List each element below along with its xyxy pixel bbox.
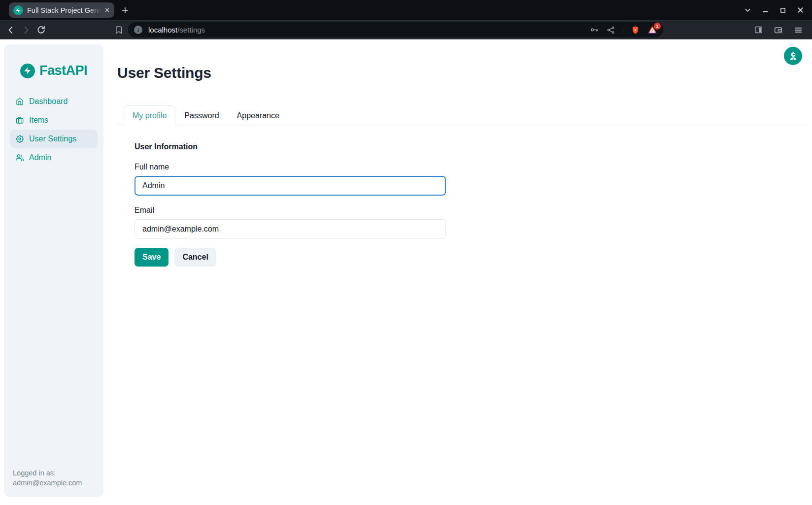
sidebar-item-label: User Settings xyxy=(29,135,76,143)
cancel-button[interactable]: Cancel xyxy=(174,248,216,267)
share-icon[interactable] xyxy=(607,26,615,34)
logged-in-as: Logged in as: admin@example.com xyxy=(10,468,98,488)
browser-titlebar: Full Stack Project Genera xyxy=(0,0,812,20)
main-content: User Settings My profile Password Appear… xyxy=(103,39,812,267)
sidebar-item-label: Admin xyxy=(29,153,51,162)
app-page: FastAPI Dashboard Items User Settings xyxy=(0,39,812,505)
address-bar[interactable]: i localhost/settings 1 xyxy=(128,22,663,37)
sidebar-item-user-settings[interactable]: User Settings xyxy=(10,130,98,148)
fastapi-favicon-icon xyxy=(13,5,23,15)
section-title: User Information xyxy=(135,143,812,151)
users-icon xyxy=(16,154,24,162)
url-path: /settings xyxy=(177,26,205,34)
url-text[interactable]: localhost/settings xyxy=(148,26,205,34)
tab-password[interactable]: Password xyxy=(175,105,228,126)
tab-close-icon[interactable] xyxy=(104,7,110,13)
logged-in-label: Logged in as: xyxy=(13,468,95,478)
fastapi-logo: FastAPI xyxy=(10,63,98,78)
tab-search-chevron-icon[interactable] xyxy=(744,6,751,14)
full-name-input[interactable] xyxy=(135,176,446,196)
sidebar-item-admin[interactable]: Admin xyxy=(10,148,98,167)
fastapi-bolt-icon xyxy=(20,64,35,78)
email-input[interactable] xyxy=(135,219,446,239)
home-icon xyxy=(16,98,24,105)
tab-appearance[interactable]: Appearance xyxy=(228,105,288,126)
menu-icon[interactable] xyxy=(793,25,803,35)
brave-shield-icon[interactable] xyxy=(631,25,640,35)
sidebar-item-dashboard[interactable]: Dashboard xyxy=(10,92,98,111)
email-label: Email xyxy=(135,206,812,215)
logged-in-email: admin@example.com xyxy=(13,478,95,488)
full-name-label: Full name xyxy=(135,163,812,171)
profile-panel: User Information Full name Email Save Ca… xyxy=(117,126,812,267)
brand-name: FastAPI xyxy=(39,63,87,78)
rewards-count-badge: 1 xyxy=(654,23,661,30)
sidebar-toggle-icon[interactable] xyxy=(754,25,763,34)
site-info-icon[interactable]: i xyxy=(134,26,142,34)
url-host: localhost xyxy=(148,26,177,34)
toolbar-divider xyxy=(623,26,623,34)
close-window-icon[interactable] xyxy=(797,6,804,14)
sidebar-item-label: Items xyxy=(29,116,48,125)
form-actions: Save Cancel xyxy=(135,248,812,267)
back-icon[interactable] xyxy=(6,25,16,35)
page-title: User Settings xyxy=(117,64,812,82)
sidebar-nav: Dashboard Items User Settings Admin xyxy=(10,92,98,167)
briefcase-icon xyxy=(16,116,24,124)
settings-tabs: My profile Password Appearance xyxy=(117,105,806,126)
sidebar: FastAPI Dashboard Items User Settings xyxy=(4,44,103,497)
sidebar-item-items[interactable]: Items xyxy=(10,111,98,130)
key-icon[interactable] xyxy=(590,25,599,34)
brave-rewards-icon[interactable]: 1 xyxy=(647,25,657,35)
forward-icon[interactable] xyxy=(21,25,31,35)
browser-tab-title: Full Stack Project Genera xyxy=(27,6,102,14)
wallet-icon[interactable] xyxy=(774,25,783,34)
browser-tab[interactable]: Full Stack Project Genera xyxy=(9,2,114,18)
reload-icon[interactable] xyxy=(36,25,46,34)
gear-icon xyxy=(16,135,24,143)
new-tab-icon[interactable] xyxy=(121,6,129,14)
maximize-icon[interactable] xyxy=(779,7,786,14)
sidebar-item-label: Dashboard xyxy=(29,97,68,106)
tab-my-profile[interactable]: My profile xyxy=(124,105,175,126)
minimize-icon[interactable] xyxy=(762,6,769,14)
browser-toolbar: i localhost/settings 1 xyxy=(0,20,812,39)
bookmark-icon[interactable] xyxy=(114,26,123,34)
save-button[interactable]: Save xyxy=(135,248,169,267)
